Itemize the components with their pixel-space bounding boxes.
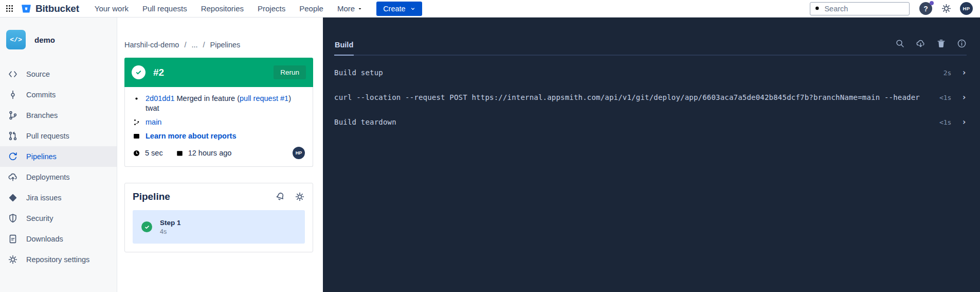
- branch-link[interactable]: main: [146, 117, 161, 127]
- info-icon[interactable]: [957, 39, 967, 48]
- branch-icon: [8, 110, 18, 121]
- download-logs-icon[interactable]: [916, 39, 925, 48]
- pull-request-icon: [8, 131, 18, 141]
- rerun-button[interactable]: Rerun: [274, 65, 306, 79]
- pipelines-icon: [8, 151, 18, 162]
- create-button[interactable]: Create: [376, 2, 422, 16]
- settings-gear-icon[interactable]: [941, 3, 952, 14]
- chevron-right-icon: ›: [961, 68, 967, 77]
- log-row-curl-command[interactable]: curl --location --request POST https://i…: [334, 85, 967, 110]
- repository-sidebar: </> demo Source Commits Branches Pull re…: [0, 18, 117, 292]
- nav-pull-requests[interactable]: Pull requests: [142, 4, 187, 13]
- chevron-right-icon: ›: [961, 118, 967, 126]
- breadcrumb-current: Pipelines: [210, 41, 241, 49]
- shield-icon: [8, 213, 18, 224]
- branch-icon: [133, 117, 141, 126]
- nav-more[interactable]: More: [337, 4, 362, 13]
- search-icon: [814, 5, 821, 12]
- pull-request-link[interactable]: pull request #1: [240, 94, 288, 102]
- commit-icon: [133, 94, 141, 102]
- user-avatar[interactable]: HP: [960, 2, 973, 15]
- bitbucket-logo[interactable]: Bitbucket: [21, 3, 79, 14]
- log-duration: 2s: [936, 69, 951, 77]
- tab-build[interactable]: Build: [334, 41, 354, 56]
- pipeline-step-row[interactable]: Step 1 4s: [133, 210, 305, 244]
- product-name: Bitbucket: [35, 3, 79, 14]
- branch-row: main: [133, 117, 305, 127]
- sidebar-item-repository-settings[interactable]: Repository settings: [0, 249, 117, 270]
- build-log-panel: Build Build setup 2s › curl --location -…: [323, 18, 980, 292]
- pipeline-number: #2: [153, 67, 164, 78]
- pipeline-steps-card: Pipeline Step 1 4s: [124, 183, 313, 252]
- jira-icon: [8, 193, 18, 203]
- committer-avatar: HP: [293, 147, 305, 159]
- notification-dot: [930, 1, 934, 5]
- log-row-build-teardown[interactable]: Build teardown <1s ›: [334, 110, 967, 134]
- bell-icon[interactable]: [275, 192, 285, 202]
- duration-value: 5 sec: [145, 149, 163, 157]
- step-duration: 4s: [160, 228, 181, 235]
- commit-hash-link[interactable]: 2d01dd1: [146, 94, 174, 102]
- reports-row: Learn more about reports: [133, 131, 305, 141]
- duration-group: 5 sec: [133, 149, 163, 157]
- search-logs-icon[interactable]: [895, 39, 905, 48]
- trash-icon[interactable]: [936, 39, 946, 48]
- breadcrumb-separator: /: [184, 41, 186, 49]
- step-success-icon: [141, 221, 152, 232]
- pipeline-info-card: 2d01dd1 Merged in feature (pull request …: [124, 87, 313, 167]
- nav-people[interactable]: People: [299, 4, 323, 13]
- breadcrumb: Harshil-cd-demo / ... / Pipelines: [124, 41, 313, 49]
- gear-icon: [8, 254, 18, 265]
- breadcrumb-separator: /: [203, 41, 205, 49]
- breadcrumb-repo-link[interactable]: Harshil-cd-demo: [124, 41, 179, 49]
- chevron-down-icon: [410, 6, 415, 11]
- sidebar-item-branches[interactable]: Branches: [0, 105, 117, 126]
- repo-avatar: </>: [6, 30, 26, 49]
- sidebar-item-downloads[interactable]: Downloads: [0, 229, 117, 249]
- sidebar-item-deployments[interactable]: Deployments: [0, 167, 117, 187]
- log-toolbar: [895, 39, 967, 55]
- nav-projects[interactable]: Projects: [258, 4, 285, 13]
- nav-your-work[interactable]: Your work: [95, 4, 129, 13]
- learn-more-reports-link[interactable]: Learn more about reports: [146, 131, 236, 141]
- log-duration: <1s: [936, 94, 951, 101]
- code-icon: [8, 69, 18, 79]
- pipeline-card-actions: [275, 192, 305, 202]
- log-duration: <1s: [936, 118, 951, 126]
- commit-message: 2d01dd1 Merged in feature (pull request …: [146, 94, 291, 113]
- search-input[interactable]: [824, 5, 905, 13]
- sidebar-item-commits[interactable]: Commits: [0, 84, 117, 105]
- repo-name: demo: [34, 36, 55, 44]
- sidebar-item-pipelines[interactable]: Pipelines: [0, 146, 117, 167]
- help-icon[interactable]: ?: [919, 2, 932, 15]
- commit-row: 2d01dd1 Merged in feature (pull request …: [133, 94, 305, 113]
- nav-repositories[interactable]: Repositories: [201, 4, 244, 13]
- time-ago-value: 12 hours ago: [188, 149, 232, 157]
- sidebar-item-security[interactable]: Security: [0, 208, 117, 229]
- log-tab-bar: Build: [334, 18, 967, 56]
- sidebar-item-jira-issues[interactable]: Jira issues: [0, 187, 117, 208]
- bitbucket-mark-icon: [21, 3, 32, 14]
- time-ago-group: 12 hours ago: [176, 149, 232, 157]
- deployments-icon: [8, 172, 18, 182]
- sidebar-item-pull-requests[interactable]: Pull requests: [0, 126, 117, 146]
- gear-icon[interactable]: [295, 192, 305, 202]
- clock-icon: [133, 149, 141, 157]
- sidebar-item-source[interactable]: Source: [0, 64, 117, 84]
- pipeline-summary-column: Harshil-cd-demo / ... / Pipelines #2 Rer…: [117, 18, 323, 292]
- document-icon: [8, 234, 18, 244]
- log-row-build-setup[interactable]: Build setup 2s ›: [334, 60, 967, 85]
- repo-header[interactable]: </> demo: [0, 30, 117, 49]
- chevron-right-icon: ›: [961, 93, 967, 101]
- step-name: Step 1: [160, 219, 181, 227]
- main-layout: </> demo Source Commits Branches Pull re…: [0, 18, 980, 292]
- app-switcher-icon[interactable]: [5, 4, 14, 13]
- calendar-icon: [176, 149, 184, 157]
- commit-message-line2: twat: [146, 104, 291, 113]
- top-navigation: Bitbucket Your work Pull requests Reposi…: [0, 0, 980, 18]
- pipeline-card-title: Pipeline: [133, 191, 170, 202]
- reports-icon: [133, 131, 141, 140]
- breadcrumb-collapsed[interactable]: ...: [191, 41, 197, 49]
- pipeline-status-banner: #2 Rerun: [124, 58, 313, 87]
- search-box[interactable]: [810, 2, 910, 15]
